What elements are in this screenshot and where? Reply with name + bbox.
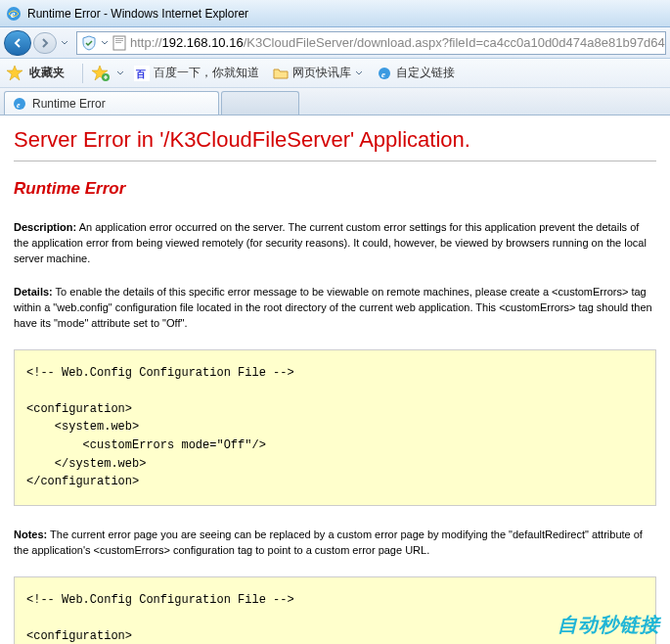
favorite-link-custom[interactable]: e 自定义链接 <box>373 63 459 83</box>
svg-text:百: 百 <box>135 69 146 79</box>
page-content: Server Error in '/K3CloudFileServer' App… <box>0 115 670 644</box>
address-text: http://192.168.10.16/K3CloudFileServer/d… <box>130 35 665 50</box>
favorites-label[interactable]: 收藏夹 <box>29 65 65 81</box>
favorites-star-icon[interactable] <box>6 65 23 82</box>
forward-button[interactable] <box>33 32 57 54</box>
svg-rect-5 <box>115 42 121 43</box>
add-favorites-icon[interactable] <box>91 65 111 82</box>
favorite-link-baidu[interactable]: 百 百度一下，你就知道 <box>130 63 263 83</box>
details-text: To enable the details of this specific e… <box>14 286 652 329</box>
error-subheading: Runtime Error <box>14 179 656 199</box>
folder-icon <box>273 66 289 81</box>
compat-shield-icon[interactable] <box>80 34 98 52</box>
ie-icon: e <box>13 97 26 111</box>
tab-bar: e Runtime Error <box>0 88 670 115</box>
error-heading: Server Error in '/K3CloudFileServer' App… <box>14 127 656 153</box>
notes-text: The current error page you are seeing ca… <box>14 529 643 556</box>
divider <box>14 161 656 161</box>
baidu-icon: 百 <box>134 66 150 81</box>
svg-text:e: e <box>11 9 16 20</box>
details-paragraph: Details: To enable the details of this s… <box>14 285 656 332</box>
favorite-link-webslices[interactable]: 网页快讯库 <box>269 63 367 83</box>
details-label: Details: <box>14 286 53 298</box>
tab-new[interactable] <box>221 91 299 115</box>
favorites-bar: 收藏夹 百 百度一下，你就知道 网页快讯库 e 自定义链接 <box>0 59 670 88</box>
url-host: 192.168.10.16 <box>162 35 244 50</box>
window-titlebar: e Runtime Error - Windows Internet Explo… <box>0 0 670 27</box>
notes-label: Notes: <box>14 529 47 540</box>
description-label: Description: <box>14 221 76 233</box>
nav-history-dropdown[interactable] <box>59 40 70 46</box>
favorite-label: 百度一下，你就知道 <box>154 65 259 81</box>
description-paragraph: Description: An application error occurr… <box>14 220 656 267</box>
chevron-down-icon <box>355 70 363 76</box>
nav-toolbar: http://192.168.10.16/K3CloudFileServer/d… <box>0 27 670 59</box>
window-title: Runtime Error - Windows Internet Explore… <box>27 7 248 21</box>
svg-rect-3 <box>115 38 123 39</box>
svg-rect-4 <box>115 40 123 41</box>
favorite-label: 网页快讯库 <box>292 65 351 81</box>
config-code-1: <!-- Web.Config Configuration File --> <… <box>14 349 656 506</box>
description-text: An application error occurred on the ser… <box>14 221 647 264</box>
ie-logo-icon: e <box>6 6 22 22</box>
ie-icon: e <box>377 66 392 81</box>
notes-paragraph: Notes: The current error page you are se… <box>14 528 656 559</box>
tab-label: Runtime Error <box>32 97 106 111</box>
favorite-label: 自定义链接 <box>396 65 455 81</box>
watermark-text: 自动秒链接 <box>558 612 660 638</box>
url-path: /K3CloudFileServer/download.aspx?fileId=… <box>244 35 665 50</box>
svg-text:e: e <box>17 101 21 110</box>
shield-dropdown-icon[interactable] <box>101 40 109 46</box>
address-bar[interactable]: http://192.168.10.16/K3CloudFileServer/d… <box>76 31 666 55</box>
separator <box>82 64 83 83</box>
tab-active[interactable]: e Runtime Error <box>4 91 219 115</box>
svg-text:e: e <box>381 69 385 79</box>
add-fav-dropdown-icon[interactable] <box>116 70 124 76</box>
page-icon <box>112 35 127 51</box>
url-prefix: http:// <box>130 35 162 50</box>
back-button[interactable] <box>4 30 31 56</box>
